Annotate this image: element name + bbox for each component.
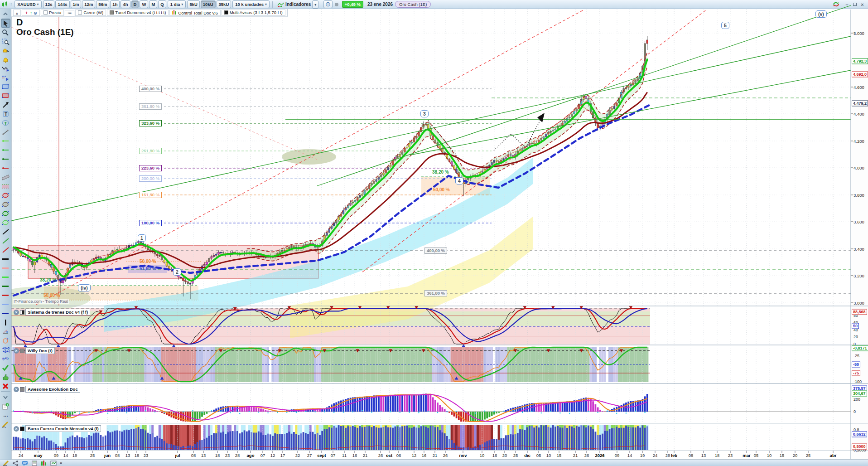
svg-text:…: … [3,412,8,417]
arrow-tool[interactable] [1,100,10,109]
thumbsup-tool[interactable] [1,372,10,381]
svg-text:1: 1 [6,403,8,406]
svg-text:F: F [6,68,9,72]
values-tool[interactable]: +3+5+2+4 [1,345,10,354]
svg-text:T: T [5,112,7,116]
hline-darkgreen-tool[interactable] [1,155,10,164]
svg-text:+3+5: +3+5 [2,347,10,350]
chevron-up-icon[interactable] [1,10,10,19]
chart-window-icon[interactable] [50,461,57,466]
legend-action-buttons[interactable]: ＋ ↑ ⊗ [22,10,40,16]
panel-header-2[interactable]: ×Awesome Evolution Doc [14,386,80,393]
more-icon[interactable]: … [1,411,10,420]
zoom-tool[interactable] [1,28,10,37]
news-icon[interactable] [31,461,38,466]
legend-collapse-button[interactable]: ▴ [13,10,21,16]
orders-icon[interactable]: 1 [1,402,10,411]
panel-title[interactable]: Sistema de trenes Doc v4 (f f) [25,309,90,316]
panel-title[interactable]: Awesome Evolution Doc [25,386,80,393]
signature-icon[interactable] [1,420,10,429]
ellipse-red-tool[interactable] [1,191,10,200]
angle-tool[interactable]: α [1,327,10,336]
signature-icon[interactable] [3,461,10,466]
channel-tool[interactable] [1,182,10,191]
panel-close-button[interactable]: × [14,310,19,315]
rect-blue-tool[interactable] [1,82,10,91]
alarm-pointer-tool[interactable] [1,46,10,55]
ruler-tool[interactable] [1,173,10,182]
delete-tool[interactable] [1,381,10,390]
checkbox-icon[interactable] [78,10,82,15]
panel-title[interactable]: Willy Doc (t) [25,347,55,354]
list-icon[interactable]: ≔ [68,10,72,15]
buy-arrow-icon[interactable]: ↑ [30,10,32,15]
ellipse-lightgreen-tool[interactable] [1,218,10,227]
share-icon[interactable] [12,461,19,466]
pointer-tool[interactable] [1,19,10,28]
rect-red-tool[interactable] [1,91,10,100]
vline-tool[interactable] [1,318,10,327]
sell-arrow-icon[interactable]: ＋ [24,10,29,16]
checkbox-icon[interactable] [43,10,48,15]
hline-pink-tool[interactable] [1,263,10,272]
note-tool[interactable]: T [1,118,10,127]
panel-header-1[interactable]: ×Willy Doc (t) [14,347,55,354]
panel-header-3[interactable]: ×Barra Fuerza Fondo Mercado v4 (f) [14,425,101,432]
hline-lightgreen-tool[interactable] [1,136,10,146]
circle-plus-tool[interactable]: + [1,336,10,345]
text-tool[interactable]: T [1,109,10,118]
legend-item-precio[interactable]: Precio [41,10,64,16]
line-green-tool[interactable] [1,236,10,245]
panel-chip-icon [20,427,24,431]
fib-tool[interactable]: F [1,64,10,73]
ab-tool[interactable]: a+b [1,354,10,363]
legend-item-control-total-doc-v-6[interactable]: Control Total Doc v.6 [169,10,220,16]
panel-chip-icon [20,387,24,392]
svg-text:T: T [4,121,7,125]
levels-icon[interactable] [41,461,48,466]
hline-lightblue-tool[interactable] [1,300,10,309]
clear-icon[interactable]: ⊗ [34,10,37,15]
line-black-tool[interactable] [1,227,10,236]
color-chip-icon [224,10,228,15]
hline-red-tool[interactable] [1,291,10,300]
hline-brightgreen-tool[interactable] [1,272,10,282]
ellipse-gray-tool[interactable] [1,200,10,209]
ellipse-green-tool[interactable] [1,209,10,218]
zoom-area-tool[interactable] [1,37,10,46]
trading-platform-window: ⁞⁞ XAUUSD▾ 12s144s1m12m56m1h4hDWMQ 1 día… [0,0,868,466]
fib-levels-tool[interactable]: F [1,73,10,82]
segment-tool[interactable] [1,127,10,136]
chart-stage[interactable] [0,0,868,466]
svg-text:+2+4: +2+4 [3,350,10,353]
panel-chip-icon [20,349,24,353]
panel-title[interactable]: Barra Fuerza Fondo Mercado v4 (f) [25,425,101,432]
taskbar: « [0,460,868,466]
hline-black-tool[interactable] [1,254,10,263]
color-chip-icon [110,10,114,15]
chat-icon[interactable] [22,461,29,466]
panel-chip-icon [20,310,24,315]
hline-forest-tool[interactable] [1,282,10,291]
hline-reddot-tool[interactable] [1,164,10,173]
svg-text:α: α [6,330,8,334]
panel-close-button[interactable]: × [14,387,19,392]
svg-text:F: F [6,77,9,81]
chevron-down-icon[interactable] [1,393,10,402]
alarm-tool[interactable] [1,55,10,64]
legend-item-cierre-w-[interactable]: Cierre (W) [75,10,106,16]
hline-navy-tool[interactable] [1,309,10,318]
panel-header-0[interactable]: ×Sistema de trenes Doc v4 (f f) [14,309,90,316]
drawing-toolbar: FFTTα++3+5+2+4a+b1… [0,9,11,460]
legend-item-list[interactable]: ≔ [65,10,75,16]
legend-item-tunel-domenec-v4-t-t-t-t-t-[interactable]: Tunel Domenec v4 (t t t t t) [107,10,169,16]
legend-item-multi-avisos-3-f-3-1-5-70-f-f-[interactable]: Multi Avisos (3 f 3 1,5 70 f f) [222,10,285,16]
panel-close-button[interactable]: × [14,348,19,354]
line-red-tool[interactable] [1,245,10,254]
svg-text:+: + [6,337,9,341]
collapse-left-icon[interactable]: « [60,461,63,466]
panel-close-button[interactable]: × [14,426,19,432]
hline-green-tool[interactable] [1,146,10,155]
chart-legend-bar: ▴ ＋ ↑ ⊗ Precio≔Cierre (W)Tunel Domenec v… [11,9,288,17]
check-tool[interactable] [1,363,10,372]
